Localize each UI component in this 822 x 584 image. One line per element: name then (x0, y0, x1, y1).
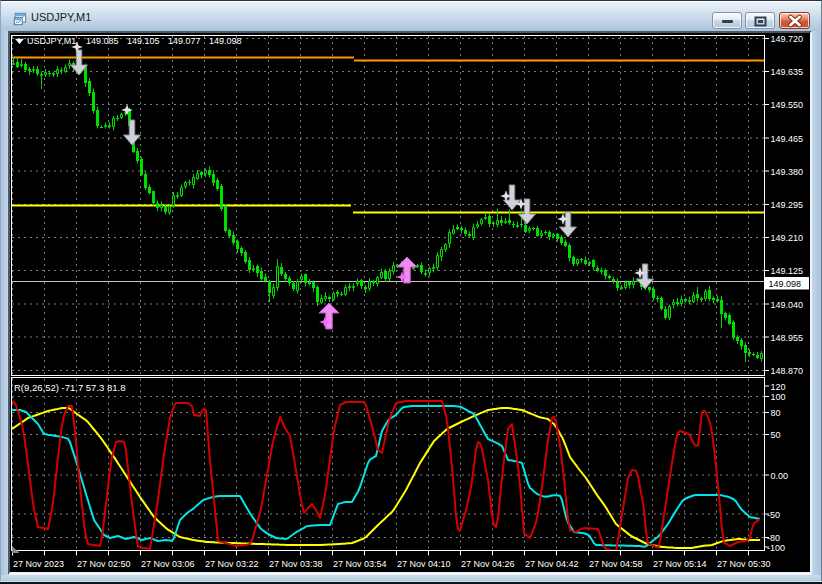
svg-text:27 Nov 05:30: 27 Nov 05:30 (717, 559, 771, 569)
svg-text:80: 80 (771, 408, 781, 418)
svg-text:148.955: 148.955 (771, 333, 804, 343)
svg-text:R(9,26,52) -71.7 57.3 81.8: R(9,26,52) -71.7 57.3 81.8 (14, 382, 125, 393)
svg-text:50: 50 (771, 430, 781, 440)
svg-text:149.210: 149.210 (771, 233, 804, 243)
svg-text:149.465: 149.465 (771, 134, 804, 144)
svg-text:27 Nov 2023: 27 Nov 2023 (13, 559, 64, 569)
svg-text:-100: -100 (767, 543, 785, 553)
svg-text:USDJPY,M1: USDJPY,M1 (27, 36, 76, 46)
svg-text:148.870: 148.870 (771, 366, 804, 376)
svg-text:149.635: 149.635 (771, 67, 804, 77)
svg-text:27 Nov 05:14: 27 Nov 05:14 (653, 559, 707, 569)
svg-text:27 Nov 02:50: 27 Nov 02:50 (77, 559, 131, 569)
svg-text:149.380: 149.380 (771, 167, 804, 177)
svg-text:27 Nov 03:22: 27 Nov 03:22 (205, 559, 259, 569)
svg-text:149.098: 149.098 (209, 36, 242, 46)
svg-text:149.098: 149.098 (769, 279, 802, 289)
svg-text:-80: -80 (767, 533, 780, 543)
svg-text:27 Nov 04:26: 27 Nov 04:26 (461, 559, 515, 569)
svg-text:27 Nov 03:38: 27 Nov 03:38 (269, 559, 323, 569)
svg-text:149.125: 149.125 (771, 266, 804, 276)
svg-text:149.720: 149.720 (771, 34, 804, 44)
svg-text:149.040: 149.040 (771, 300, 804, 310)
svg-text:100: 100 (771, 392, 786, 402)
svg-text:27 Nov 04:58: 27 Nov 04:58 (589, 559, 643, 569)
svg-text:149.295: 149.295 (771, 200, 804, 210)
svg-text:27 Nov 04:10: 27 Nov 04:10 (397, 559, 451, 569)
svg-text:-50: -50 (767, 510, 780, 520)
svg-text:149.105: 149.105 (127, 36, 160, 46)
svg-text:0.00: 0.00 (771, 471, 789, 481)
svg-text:149.077: 149.077 (168, 36, 201, 46)
svg-text:149.550: 149.550 (771, 100, 804, 110)
svg-text:27 Nov 03:54: 27 Nov 03:54 (333, 559, 387, 569)
svg-text:27 Nov 04:42: 27 Nov 04:42 (525, 559, 579, 569)
svg-text:149.085: 149.085 (86, 36, 119, 46)
svg-text:120: 120 (771, 382, 786, 392)
svg-text:27 Nov 03:06: 27 Nov 03:06 (141, 559, 195, 569)
